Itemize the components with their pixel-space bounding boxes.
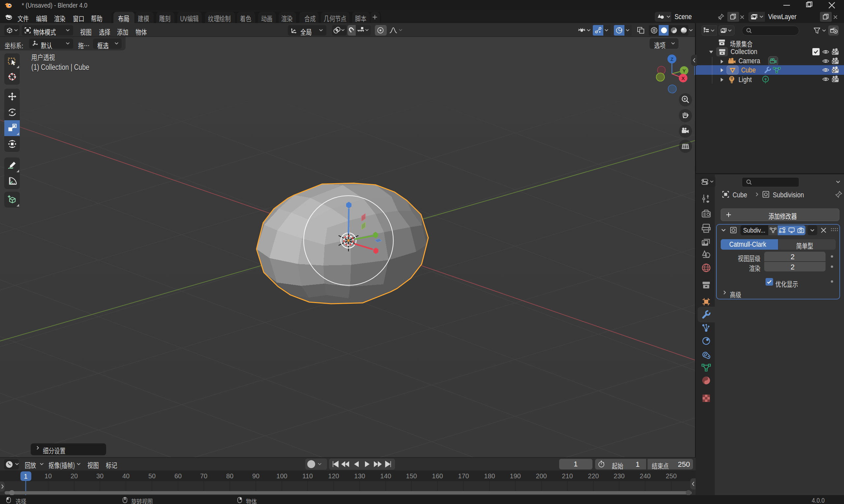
svg-text:130: 130 — [354, 472, 365, 480]
svg-text:140: 140 — [380, 472, 391, 480]
svg-text:110: 110 — [302, 472, 313, 480]
svg-text:40: 40 — [122, 472, 130, 480]
svg-text:240: 240 — [640, 472, 651, 480]
svg-text:70: 70 — [200, 472, 207, 480]
svg-text:220: 220 — [588, 472, 599, 480]
svg-text:1: 1 — [24, 473, 28, 480]
svg-text:210: 210 — [562, 472, 573, 480]
svg-text:10: 10 — [45, 472, 52, 480]
svg-text:80: 80 — [226, 472, 234, 480]
svg-text:90: 90 — [252, 472, 259, 480]
svg-text:250: 250 — [666, 472, 676, 480]
svg-text:190: 190 — [510, 472, 521, 480]
svg-text:150: 150 — [406, 472, 417, 480]
svg-text:120: 120 — [328, 472, 339, 480]
svg-text:100: 100 — [276, 472, 287, 480]
svg-text:230: 230 — [614, 472, 624, 480]
svg-text:200: 200 — [536, 472, 547, 480]
svg-text:180: 180 — [484, 472, 495, 480]
svg-text:60: 60 — [174, 472, 182, 480]
svg-text:30: 30 — [96, 472, 104, 480]
svg-text:50: 50 — [148, 472, 156, 480]
svg-text:Z: Z — [670, 56, 673, 62]
svg-text:X: X — [682, 75, 685, 81]
svg-text:160: 160 — [432, 472, 443, 480]
svg-text:170: 170 — [458, 472, 469, 480]
svg-text:Y: Y — [683, 68, 686, 73]
svg-text:20: 20 — [71, 472, 78, 480]
